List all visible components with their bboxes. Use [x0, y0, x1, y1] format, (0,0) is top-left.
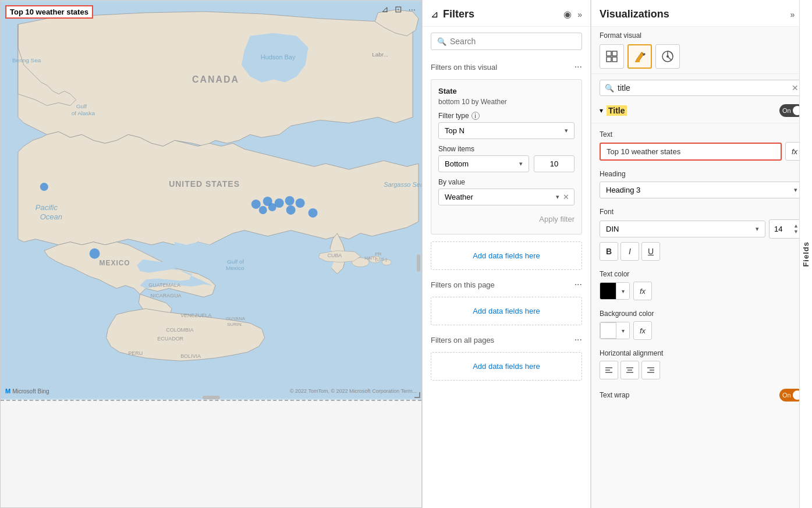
bg-color-label: Background color [600, 310, 804, 318]
svg-text:CANADA: CANADA [192, 74, 239, 84]
focus-icon[interactable]: ⊡ [395, 4, 402, 15]
svg-text:VENEZUELA: VENEZUELA [180, 312, 211, 318]
svg-point-39 [259, 206, 267, 214]
svg-text:Gulf: Gulf [76, 103, 87, 109]
grid-view-btn[interactable] [600, 44, 624, 69]
bg-color-row: ▾ fx [600, 321, 804, 340]
text-color-row: ▾ fx [600, 282, 804, 300]
title-section: ▾ Title On [591, 100, 812, 120]
resize-handle-br[interactable] [414, 392, 420, 398]
map-top-icons: ⊿ ⊡ ··· [381, 4, 416, 15]
filters-all-more[interactable]: ··· [575, 335, 582, 345]
filter-type-chevron: ▾ [565, 127, 568, 134]
collapse-arrow: ▾ [600, 106, 603, 115]
expand-icon[interactable]: » [577, 10, 582, 19]
text-color-btn[interactable]: ▾ [600, 282, 630, 300]
bold-italic-row: B I U [600, 242, 804, 261]
resize-handle-bottom[interactable] [203, 396, 220, 399]
h-align-section: Horizontal alignment [591, 344, 812, 384]
map-footer: M Microsoft Bing © 2022 TomTom, © 2022 M… [1, 385, 421, 397]
analytics-btn[interactable] [655, 44, 680, 69]
text-color-dropdown[interactable]: ▾ [616, 283, 629, 299]
fields-tab[interactable]: Fields [799, 0, 812, 508]
title-toggle-row[interactable]: ▾ Title On [600, 100, 804, 120]
heading-prop-label: Heading [600, 170, 804, 178]
font-select[interactable]: DIN ▾ [600, 221, 765, 237]
bg-color-fx-btn[interactable]: fx [633, 321, 652, 340]
font-size-up[interactable]: ▲ [793, 223, 799, 229]
svg-text:Mexico: Mexico [226, 265, 244, 271]
filters-search-input[interactable] [450, 37, 576, 46]
filter-type-select[interactable]: Top N ▾ [438, 122, 575, 139]
more-options-icon[interactable]: ··· [408, 4, 416, 15]
svg-text:ECUADOR: ECUADOR [157, 336, 183, 342]
svg-text:Pacific: Pacific [36, 203, 58, 212]
text-wrap-on-label: On [782, 392, 791, 399]
svg-text:MEXICO: MEXICO [100, 259, 130, 267]
svg-rect-43 [607, 57, 611, 62]
heading-select[interactable]: Heading 3 ▾ [600, 182, 804, 198]
svg-rect-42 [612, 51, 617, 56]
eye-icon[interactable]: ◉ [563, 9, 572, 20]
add-data-all[interactable]: Add data fields here [431, 352, 582, 381]
viz-header: Visualizations » « [591, 0, 812, 27]
filters-on-all-pages-header: Filters on all pages ··· [423, 329, 590, 349]
underline-btn[interactable]: U [641, 242, 660, 261]
by-value-chevron[interactable]: ▾ [556, 193, 559, 201]
text-wrap-label: Text wrap [600, 391, 629, 399]
fields-tab-label: Fields [802, 241, 810, 267]
show-items-direction-select[interactable]: Bottom ▾ [438, 155, 529, 172]
filters-on-all-pages-label: Filters on all pages [431, 336, 494, 344]
viz-panel: Visualizations » « Format visual [591, 0, 812, 508]
bg-color-btn[interactable]: ▾ [600, 322, 630, 339]
viz-icon-row [591, 42, 812, 74]
format-paint-btn[interactable] [627, 44, 652, 69]
bg-color-dropdown[interactable]: ▾ [616, 322, 629, 339]
title-section-label: Title [607, 106, 627, 115]
filters-visual-more[interactable]: ··· [575, 62, 582, 72]
by-value-value: Weather [439, 189, 551, 205]
text-input-row: fx [600, 142, 804, 161]
show-items-count-input[interactable] [534, 155, 575, 172]
svg-text:GUYANA: GUYANA [226, 316, 246, 321]
by-value-select[interactable]: Weather ▾ ✕ [438, 189, 575, 205]
viz-search-clear[interactable]: ✕ [792, 83, 799, 93]
heading-chevron: ▾ [794, 186, 797, 194]
svg-text:PERU: PERU [128, 350, 143, 356]
svg-text:PR: PR [375, 251, 381, 257]
svg-point-38 [268, 203, 276, 211]
apply-filter-btn[interactable]: Apply filter [438, 211, 575, 227]
svg-point-36 [296, 198, 305, 208]
filters-page-more[interactable]: ··· [575, 279, 582, 290]
text-color-fx-btn[interactable]: fx [633, 282, 652, 300]
show-items-row-container: Show items Bottom ▾ [438, 145, 575, 172]
viz-search-row[interactable]: 🔍 ✕ [600, 80, 804, 96]
add-data-visual[interactable]: Add data fields here [431, 241, 582, 270]
add-data-page[interactable]: Add data fields here [431, 297, 582, 325]
font-size-down[interactable]: ▼ [793, 229, 799, 235]
by-value-label: By value [438, 178, 575, 186]
svg-text:COLOMBIA: COLOMBIA [166, 327, 193, 333]
viz-search-input[interactable] [618, 83, 788, 93]
svg-text:Sargasso Sea: Sargasso Sea [384, 181, 421, 188]
align-right-btn[interactable] [641, 361, 660, 379]
search-box[interactable]: 🔍 [431, 33, 582, 50]
font-size-box: 14 ▲ ▼ [769, 219, 804, 239]
resize-handle-right[interactable] [417, 254, 420, 272]
font-prop-label: Font [600, 208, 804, 216]
bold-btn[interactable]: B [600, 242, 618, 261]
dashed-area [1, 400, 421, 507]
svg-rect-44 [612, 57, 617, 62]
toggle-on-label: On [782, 107, 791, 114]
italic-btn[interactable]: I [620, 242, 639, 261]
filter-icon[interactable]: ⊿ [381, 4, 389, 15]
by-value-clear[interactable]: ✕ [563, 193, 569, 201]
viz-panel-title: Visualizations [600, 8, 669, 20]
title-text-input[interactable] [600, 143, 782, 161]
align-center-btn[interactable] [620, 361, 639, 379]
filters-on-visual-label: Filters on this visual [431, 63, 497, 72]
align-left-btn[interactable] [600, 361, 618, 379]
by-value-icons: ▾ ✕ [551, 193, 574, 201]
viz-expand-icon[interactable]: » [790, 10, 795, 19]
filters-panel: ⊿ Filters ◉ » 🔍 Filters on this visual ·… [422, 0, 591, 508]
